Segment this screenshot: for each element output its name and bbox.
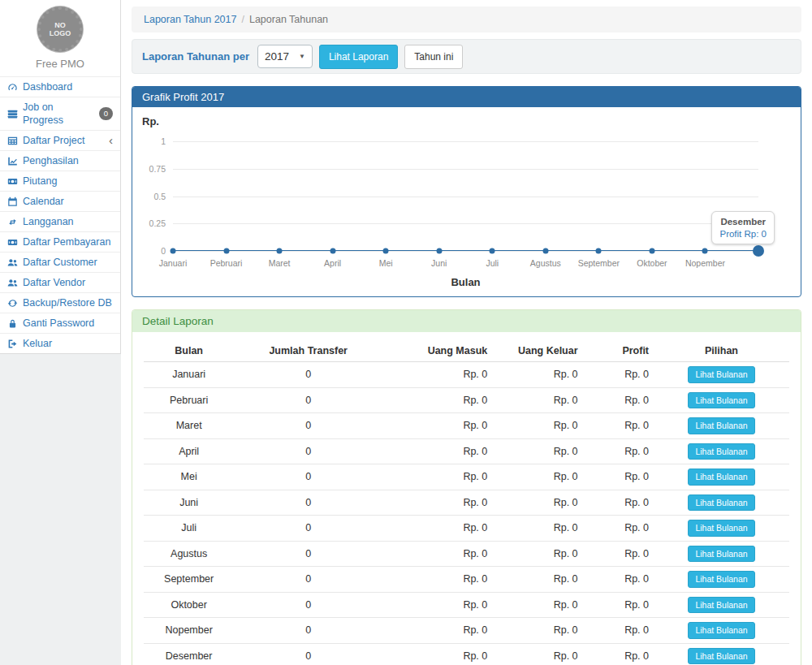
sidebar-item-backup-restore-db[interactable]: Backup/Restore DB	[0, 292, 120, 313]
cell-pilihan: Lihat Bulanan	[654, 618, 789, 644]
lihat-bulanan-button-oktober[interactable]: Lihat Bulanan	[688, 597, 754, 614]
table-row: Desember0Rp. 0Rp. 0Rp. 0Lihat Bulanan	[144, 643, 789, 665]
chart-tooltip-title: Desember	[719, 217, 767, 227]
count-badge: 0	[99, 107, 113, 120]
app-window: NO LOGO Free PMO DashboardJob on Progres…	[0, 0, 812, 665]
sidebar-item-label: Ganti Password	[23, 317, 94, 330]
table-icon	[7, 136, 18, 146]
cell-profit: Rp. 0	[583, 413, 654, 439]
cell-pilihan: Lihat Bulanan	[654, 387, 789, 413]
sidebar-item-job-on-progress[interactable]: Job on Progress0	[0, 97, 120, 130]
lihat-laporan-button[interactable]: Lihat Laporan	[319, 45, 398, 69]
table-panel-title: Detail Laporan	[132, 310, 801, 332]
caret-down-icon: ▼	[299, 53, 305, 60]
sidebar-item-daftar-project[interactable]: Daftar Project‹	[0, 130, 120, 150]
chart-x-tick: Maret	[269, 258, 291, 268]
cell-pilihan: Lihat Bulanan	[654, 413, 789, 439]
cell-bulan: Nopember	[144, 618, 234, 644]
sidebar-item-label: Daftar Customer	[23, 256, 97, 269]
chart-gridline: 0.75	[173, 169, 758, 170]
sidebar-item-label: Calendar	[23, 195, 64, 208]
cell-uang-keluar: Rp. 0	[492, 618, 582, 644]
cell-uang-keluar: Rp. 0	[492, 643, 582, 665]
lihat-bulanan-button-desember[interactable]: Lihat Bulanan	[688, 648, 754, 665]
lihat-bulanan-button-juli[interactable]: Lihat Bulanan	[688, 520, 754, 537]
cell-uang-keluar: Rp. 0	[492, 464, 582, 490]
lihat-bulanan-button-januari[interactable]: Lihat Bulanan	[688, 366, 754, 383]
cell-uang-keluar: Rp. 0	[492, 413, 582, 439]
chart-point-april[interactable]	[330, 248, 335, 254]
sidebar-item-keluar[interactable]: Keluar	[0, 333, 120, 353]
chart-gridline: 0	[173, 251, 758, 252]
cell-uang-masuk: Rp. 0	[382, 618, 492, 644]
cell-bulan: Pebruari	[144, 387, 234, 413]
sidebar-item-daftar-customer[interactable]: Daftar Customer	[0, 252, 120, 272]
lihat-bulanan-button-juni[interactable]: Lihat Bulanan	[688, 494, 754, 512]
lihat-bulanan-button-mei[interactable]: Lihat Bulanan	[688, 469, 754, 486]
report-filter-bar: Laporan Tahunan per 2017 ▼ Lihat Laporan…	[132, 39, 801, 74]
lihat-bulanan-button-agustus[interactable]: Lihat Bulanan	[688, 546, 754, 563]
lihat-bulanan-button-april[interactable]: Lihat Bulanan	[688, 443, 754, 460]
cell-bulan: Juni	[144, 490, 234, 516]
chart-x-tick: September	[578, 258, 620, 268]
cell-uang-masuk: Rp. 0	[382, 592, 492, 618]
sidebar-item-penghasilan[interactable]: Penghasilan	[0, 150, 120, 171]
chart-point-nopember[interactable]	[702, 248, 708, 254]
lihat-bulanan-button-nopember[interactable]: Lihat Bulanan	[688, 622, 754, 639]
sidebar-item-langganan[interactable]: Langganan	[0, 211, 120, 231]
chart-point-juli[interactable]	[490, 248, 495, 254]
table-body-rows: Januari0Rp. 0Rp. 0Rp. 0Lihat BulananPebr…	[144, 362, 789, 665]
cell-uang-keluar: Rp. 0	[492, 362, 582, 388]
chart-tooltip-value: Profit Rp: 0	[719, 229, 767, 239]
column-header-profit: Profit	[583, 340, 654, 362]
chart-point-desember[interactable]	[753, 245, 764, 257]
lihat-bulanan-button-pebruari[interactable]: Lihat Bulanan	[688, 392, 754, 409]
cell-pilihan: Lihat Bulanan	[654, 516, 789, 542]
table-row: Maret0Rp. 0Rp. 0Rp. 0Lihat Bulanan	[144, 413, 789, 439]
chart-x-tick: Pebruari	[210, 258, 243, 268]
line-chart-icon	[7, 156, 18, 166]
sidebar-item-daftar-pembayaran[interactable]: Daftar Pembayaran	[0, 231, 120, 252]
chart-point-mei[interactable]	[383, 248, 389, 254]
chart-point-januari[interactable]	[171, 248, 176, 254]
cell-uang-keluar: Rp. 0	[492, 567, 582, 593]
sidebar-item-ganti-password[interactable]: Ganti Password	[0, 313, 120, 333]
cell-bulan: Desember	[144, 643, 234, 665]
year-select-value: 2017	[265, 50, 289, 63]
sidebar-item-daftar-vendor[interactable]: Daftar Vendor	[0, 272, 120, 292]
dashboard-icon	[7, 82, 18, 93]
cell-uang-keluar: Rp. 0	[492, 541, 582, 567]
sidebar-item-calendar[interactable]: Calendar	[0, 191, 120, 211]
users-icon	[7, 278, 18, 288]
sidebar-item-label: Daftar Vendor	[23, 276, 85, 289]
tahun-ini-button[interactable]: Tahun ini	[404, 45, 463, 69]
sidebar-item-dashboard[interactable]: Dashboard	[0, 76, 120, 97]
chart-point-oktober[interactable]	[649, 248, 654, 254]
cell-profit: Rp. 0	[583, 387, 654, 413]
year-select[interactable]: 2017 ▼	[257, 45, 313, 68]
chart-plot-area: Desember Profit Rp: 0 10.750.50.250	[173, 141, 758, 251]
chart-point-agustus[interactable]	[542, 248, 548, 254]
breadcrumb-link-laporan-tahun[interactable]: Laporan Tahun 2017	[144, 14, 236, 25]
column-header-pilihan: Pilihan	[654, 340, 789, 362]
chart-x-tick: Mei	[379, 258, 393, 268]
chevron-left-icon: ‹	[109, 136, 113, 145]
cell-bulan: April	[144, 438, 234, 464]
cell-bulan: Januari	[144, 362, 234, 388]
chart-point-pebruari[interactable]	[223, 248, 229, 254]
cell-pilihan: Lihat Bulanan	[654, 567, 789, 593]
table-row: Mei0Rp. 0Rp. 0Rp. 0Lihat Bulanan	[144, 464, 789, 490]
sidebar-item-piutang[interactable]: Piutang	[0, 171, 120, 191]
chart-point-juni[interactable]	[436, 248, 442, 254]
cell-uang-masuk: Rp. 0	[382, 362, 492, 388]
lihat-bulanan-button-september[interactable]: Lihat Bulanan	[688, 571, 754, 588]
chart-point-maret[interactable]	[277, 248, 283, 254]
cell-uang-keluar: Rp. 0	[492, 387, 582, 413]
money-icon	[7, 176, 18, 187]
chart-point-september[interactable]	[596, 248, 602, 254]
cell-uang-keluar: Rp. 0	[492, 592, 582, 618]
column-header-jumlah-transfer: Jumlah Transfer	[234, 340, 382, 362]
lihat-bulanan-button-maret[interactable]: Lihat Bulanan	[688, 417, 754, 434]
chart-x-axis-title: Bulan	[173, 276, 758, 288]
cell-jumlah-transfer: 0	[234, 387, 382, 413]
